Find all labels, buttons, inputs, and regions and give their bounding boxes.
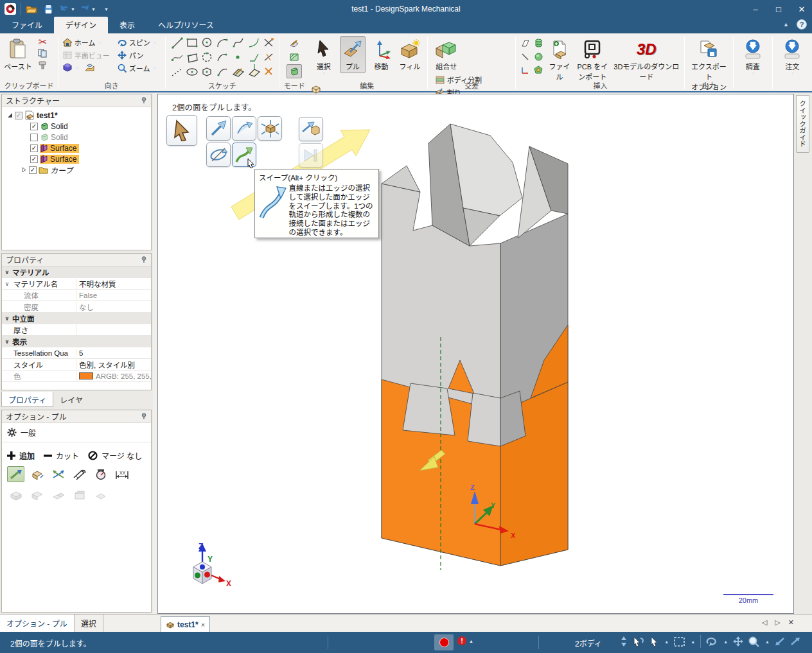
spline-tool-icon[interactable] — [233, 39, 243, 48]
tab-layers[interactable]: レイヤ — [53, 392, 89, 407]
measure-option-button[interactable] — [71, 466, 88, 482]
checkbox[interactable]: ✓ — [30, 144, 38, 152]
checkbox[interactable] — [30, 134, 38, 141]
revolve-button[interactable] — [206, 143, 231, 167]
pull-preset-5-button[interactable] — [92, 487, 109, 503]
spin-view-icon[interactable] — [706, 636, 718, 647]
general-section-label[interactable]: 一般 — [21, 427, 36, 438]
ruled-surface-button[interactable] — [232, 116, 256, 141]
format-painter-icon[interactable] — [37, 59, 48, 71]
close-tab-icon[interactable]: × — [201, 621, 205, 629]
material-name-row[interactable]: ∨マテリアル名不明な材質 — [2, 278, 151, 290]
view-orientation-cube[interactable]: Z Y X — [177, 541, 232, 596]
tree-item-curves[interactable]: ✓ カーブ — [2, 164, 151, 175]
tab-design[interactable]: デザイン — [54, 17, 108, 33]
three-point-circle-tool-icon[interactable] — [202, 52, 211, 61]
sketch-plane-tool-icon[interactable] — [233, 69, 243, 76]
checkbox[interactable]: ✓ — [29, 166, 37, 174]
cut-option-label[interactable]: カット — [56, 450, 79, 461]
insert-file-button[interactable]: ファイル — [545, 36, 573, 83]
corner-arc-tool-icon[interactable] — [249, 39, 258, 47]
gauge-option-button[interactable] — [92, 466, 109, 482]
redo-dropdown-icon[interactable]: ▼ — [91, 7, 96, 12]
move-button[interactable]: 移動 — [369, 36, 394, 73]
pan-button[interactable]: パン — [116, 49, 159, 62]
construction-line-tool-icon[interactable] — [172, 69, 182, 76]
design-viewport[interactable]: Z Y X 2個の面をプルします。 — [157, 94, 794, 614]
collapse-ribbon-icon[interactable]: ▲ — [783, 21, 789, 28]
sweep-option-button[interactable] — [7, 466, 24, 482]
add-option-label[interactable]: 追加 — [19, 450, 35, 461]
insert-plane-icon[interactable] — [519, 37, 531, 49]
polygon-tool-icon[interactable] — [203, 68, 211, 76]
select-cursor-icon[interactable] — [650, 636, 658, 647]
trim-tool-icon[interactable] — [265, 38, 274, 46]
import-pcb-button[interactable]: PCB をインポート — [573, 36, 612, 83]
pin-icon[interactable] — [141, 413, 147, 420]
home-view-button[interactable]: ホーム▼ — [62, 36, 111, 49]
tessellation-row[interactable]: Tessellation Qua5 — [2, 347, 151, 359]
pull-preset-3-button[interactable] — [49, 487, 67, 503]
solid-mode-button[interactable] — [287, 64, 302, 78]
minimize-button[interactable]: – — [750, 4, 761, 14]
spinner-icon[interactable] — [621, 636, 627, 647]
fill-button[interactable]: フィル — [397, 36, 423, 73]
export-options-button[interactable]: エクスポート オプション ▼ — [688, 36, 729, 101]
investigate-button[interactable]: 調査 ▼ — [737, 36, 769, 78]
fluid-row[interactable]: 流体False — [2, 290, 151, 301]
tangent-arc-tool-icon[interactable] — [218, 39, 228, 47]
combine-button[interactable]: 組合せ — [431, 36, 462, 73]
sketch-mode-button[interactable] — [287, 36, 302, 50]
zoom-dropdown-icon[interactable]: ▲ — [765, 640, 770, 644]
order-button[interactable]: 注文 ▼ — [776, 36, 808, 78]
line-tool-icon[interactable] — [172, 37, 183, 49]
arrow-ne-icon[interactable] — [790, 637, 800, 646]
view-cube-icon[interactable] — [63, 63, 73, 73]
pull-direction-button[interactable] — [206, 116, 231, 141]
tree-item-solid[interactable]: ✓ Solid — [2, 121, 151, 132]
arc-tool-icon[interactable] — [218, 53, 227, 61]
save-button[interactable] — [42, 2, 55, 16]
circle-tool-icon[interactable] — [202, 39, 211, 47]
full-pull-button[interactable] — [258, 116, 282, 141]
display-section-header[interactable]: ∨表示 — [2, 336, 151, 347]
select-undo-icon[interactable] — [632, 636, 645, 647]
thickness-row[interactable]: 厚さ — [2, 324, 151, 336]
insert-axis-icon[interactable] — [519, 64, 531, 76]
maximize-button[interactable]: □ — [773, 4, 784, 14]
move-plane-tool-icon[interactable] — [249, 64, 260, 76]
open-file-button[interactable] — [25, 2, 38, 16]
snapshot-icon[interactable] — [84, 63, 95, 73]
quick-guide-tab[interactable]: クイックガイド — [796, 95, 809, 153]
polygon-rect-tool-icon[interactable] — [187, 54, 197, 62]
collapse-icon[interactable] — [21, 167, 27, 173]
tab-properties[interactable]: プロパティ — [1, 392, 53, 407]
style-row[interactable]: スタイル色別, スタイル別 — [2, 359, 151, 370]
rectangle-tool-icon[interactable] — [186, 38, 197, 47]
tab-file[interactable]: ファイル — [0, 17, 54, 33]
tab-select[interactable]: 選択 — [75, 614, 103, 632]
zoom-button[interactable]: ズーム▼ — [116, 62, 159, 74]
up-to-button[interactable] — [299, 117, 323, 141]
tree-item-design[interactable]: ✓ test1* — [2, 110, 151, 121]
tab-display[interactable]: 表示 — [108, 17, 146, 33]
checkbox[interactable]: ✓ — [30, 155, 38, 163]
point-tool-icon[interactable] — [236, 55, 239, 58]
pull-button[interactable]: プル — [340, 36, 366, 73]
app-logo-icon[interactable] — [4, 2, 17, 16]
prev-tab-icon[interactable]: ◁ — [762, 618, 767, 627]
pin-icon[interactable] — [141, 256, 147, 263]
copy-icon[interactable] — [37, 48, 48, 59]
split-line-tool-icon[interactable] — [265, 54, 272, 60]
expand-icon[interactable] — [7, 112, 13, 118]
color-row[interactable]: 色ARGB: 255, 255, 128 — [2, 370, 151, 382]
color-swatch[interactable] — [79, 372, 93, 379]
tab-help-resources[interactable]: ヘルプ/リソース — [146, 17, 225, 33]
plan-view-button[interactable]: 平面ビュー — [62, 49, 111, 62]
tree-item-surface[interactable]: ✓ Surface — [2, 153, 151, 164]
delete-sketch-tool-icon[interactable] — [265, 68, 272, 74]
sweep-button[interactable] — [232, 143, 256, 167]
help-icon[interactable]: ? — [797, 19, 807, 30]
density-row[interactable]: 密度なし — [2, 301, 151, 313]
marquee-dropdown-icon[interactable]: ▲ — [691, 640, 695, 644]
